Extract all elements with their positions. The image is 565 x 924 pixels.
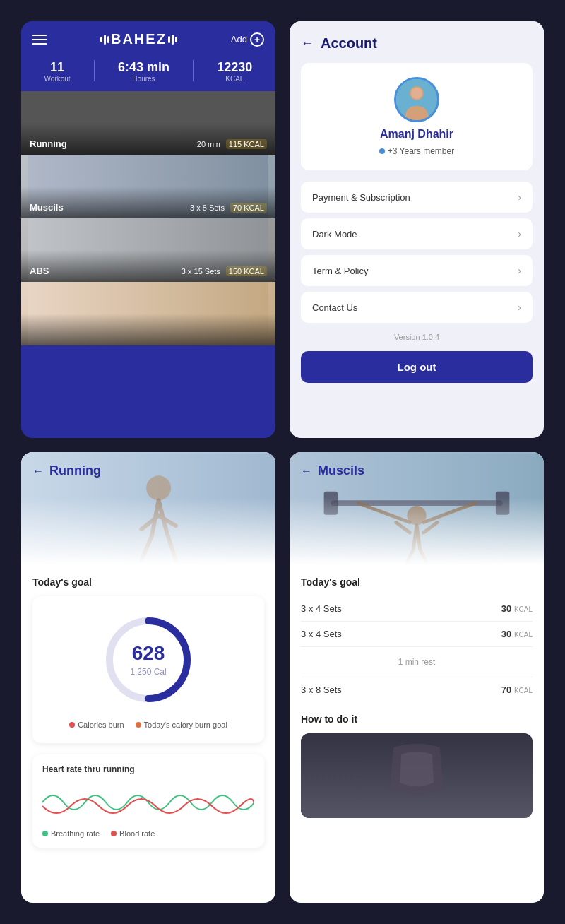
- logout-button[interactable]: Log out: [301, 351, 533, 383]
- muscils-panel: ← Muscils Today's goal 3 x 4 Sets 30 KCA…: [290, 452, 544, 903]
- card-title-muscils: Muscils: [30, 202, 64, 213]
- account-title: Account: [321, 35, 377, 52]
- menu-list: Payment & Subscription › Dark Mode › Ter…: [301, 182, 533, 323]
- account-header: ← Account: [290, 21, 544, 63]
- workout-list: Running 20 min 115 KCAL Mus: [21, 91, 275, 345]
- stat-divider-2: [193, 60, 194, 81]
- card-title-abs: ABS: [30, 266, 49, 276]
- running-title: Running: [49, 463, 101, 478]
- legend-label-blood: Blood rate: [119, 829, 155, 838]
- card-info-abs: ABS 3 x 15 Sets 150 KCAL: [21, 266, 275, 276]
- workout-card-abs[interactable]: ABS 3 x 15 Sets 150 KCAL: [21, 218, 275, 282]
- menu-item-payment[interactable]: Payment & Subscription ›: [301, 182, 533, 213]
- menu-item-contact[interactable]: Contact Us ›: [301, 292, 533, 323]
- muscils-title: Muscils: [318, 463, 364, 478]
- legend-calories: Calories burn: [69, 721, 124, 729]
- logo-bars-right: [168, 35, 177, 45]
- sets-row-1: 3 x 4 Sets 30 KCAL: [301, 596, 533, 622]
- hero-overlay: [21, 497, 275, 565]
- app-logo: BAHEZ: [100, 31, 177, 47]
- workout-card-running[interactable]: Running 20 min 115 KCAL: [21, 91, 275, 155]
- sets-label-3: 3 x 8 Sets: [301, 685, 342, 695]
- svg-point-1: [141, 98, 155, 112]
- running-goal-label: Today's goal: [32, 576, 264, 588]
- card-kcal-running: 115 KCAL: [226, 139, 267, 149]
- hamburger-icon[interactable]: [32, 35, 47, 45]
- video-thumbnail[interactable]: [301, 733, 533, 818]
- legend-label-breathing: Breathing rate: [51, 829, 100, 838]
- profile-name: Amanj Dhahir: [380, 128, 453, 141]
- logo-bar: [168, 36, 170, 43]
- goal-card: 628 1,250 Cal Calories burn Today's calo…: [32, 596, 264, 743]
- stat-value-kcal: 12230: [217, 60, 252, 75]
- menu-item-label-contact: Contact Us: [312, 302, 357, 313]
- menu-item-darkmode[interactable]: Dark Mode ›: [301, 218, 533, 249]
- chevron-right-icon: ›: [518, 265, 521, 276]
- back-arrow-icon[interactable]: ←: [301, 36, 314, 51]
- card-title-running: Running: [30, 138, 67, 149]
- muscils-goal-label: Today's goal: [301, 576, 533, 588]
- stat-value-workout: 11: [44, 60, 71, 75]
- stat-divider-1: [94, 60, 95, 81]
- goal-legend: Calories burn Today's calory burn goal: [47, 721, 250, 729]
- muscils-back-icon[interactable]: ←: [301, 465, 312, 478]
- stat-label-workout: Workout: [44, 75, 71, 83]
- workout-card-last[interactable]: [21, 282, 275, 345]
- add-label: Add: [231, 34, 247, 45]
- legend-label-calories: Calories burn: [78, 721, 124, 729]
- legend-dot-blood: [111, 831, 117, 836]
- card-kcal-abs: 150 KCAL: [226, 266, 267, 276]
- card-meta-running: 20 min 115 KCAL: [197, 139, 267, 149]
- member-badge: +3 Years member: [379, 146, 454, 156]
- sets-kcal-2: 30 KCAL: [501, 629, 533, 639]
- sets-row-2: 3 x 4 Sets 30 KCAL: [301, 622, 533, 647]
- menu-item-policy[interactable]: Term & Policy ›: [301, 255, 533, 286]
- card-overlay: [21, 314, 275, 345]
- sets-label-2: 3 x 4 Sets: [301, 629, 342, 639]
- chevron-right-icon: ›: [518, 302, 521, 313]
- app-header: BAHEZ Add +: [21, 21, 275, 54]
- card-info-running: Running 20 min 115 KCAL: [21, 138, 275, 149]
- running-hero: ← Running: [21, 452, 275, 565]
- sets-table: 3 x 4 Sets 30 KCAL 3 x 4 Sets 30 KCAL 1 …: [301, 596, 533, 702]
- muscils-overlay: [290, 497, 544, 565]
- logo-bar: [100, 37, 102, 42]
- card-info-muscils: Muscils 3 x 8 Sets 70 KCAL: [21, 202, 275, 213]
- wave-chart: [42, 781, 254, 824]
- member-label: +3 Years member: [388, 146, 454, 156]
- legend-breathing: Breathing rate: [42, 829, 100, 838]
- hr-legend: Breathing rate Blood rate: [42, 829, 254, 838]
- add-circle-icon: +: [250, 32, 264, 47]
- card-kcal-muscils: 70 KCAL: [230, 203, 267, 213]
- logo-bars-left: [100, 35, 109, 45]
- legend-dot-breathing: [42, 831, 48, 836]
- card-sets-muscils: 3 x 8 Sets: [190, 203, 225, 212]
- legend-label-goal: Today's calory burn goal: [144, 721, 227, 729]
- stat-label-kcal: KCAL: [217, 75, 252, 83]
- muscils-hero-header: ← Muscils: [290, 452, 544, 490]
- sets-row-3: 3 x 8 Sets 70 KCAL: [301, 677, 533, 702]
- donut-value: 628: [130, 642, 166, 665]
- donut-unit: 1,250 Cal: [130, 667, 166, 677]
- menu-item-label-darkmode: Dark Mode: [312, 229, 357, 239]
- legend-dot-goal: [136, 722, 141, 728]
- card-meta-muscils: 3 x 8 Sets 70 KCAL: [190, 203, 267, 213]
- menu-item-label-policy: Term & Policy: [312, 266, 368, 276]
- add-button[interactable]: Add +: [231, 32, 264, 47]
- sets-label-1: 3 x 4 Sets: [301, 603, 342, 614]
- running-back-icon[interactable]: ←: [32, 465, 44, 478]
- running-panel: ← Running Today's goal 628 1,250 Cal Cal…: [21, 452, 275, 903]
- legend-goal: Today's calory burn goal: [136, 721, 227, 729]
- avatar: [394, 77, 439, 122]
- account-panel: ← Account Amanj Dhahir +3 Years member P…: [290, 21, 544, 438]
- hr-title: Heart rate thru running: [42, 764, 254, 774]
- profile-card: Amanj Dhahir +3 Years member: [301, 63, 533, 170]
- workout-card-muscils[interactable]: Muscils 3 x 8 Sets 70 KCAL: [21, 155, 275, 218]
- logo-text: BAHEZ: [111, 31, 167, 47]
- stat-hours: 6:43 min Houres: [118, 60, 170, 83]
- stat-kcal: 12230 KCAL: [217, 60, 252, 83]
- logo-bar: [107, 36, 109, 43]
- menu-item-label-payment: Payment & Subscription: [312, 192, 410, 203]
- muscils-hero: ← Muscils: [290, 452, 544, 565]
- donut-center: 628 1,250 Cal: [130, 642, 166, 677]
